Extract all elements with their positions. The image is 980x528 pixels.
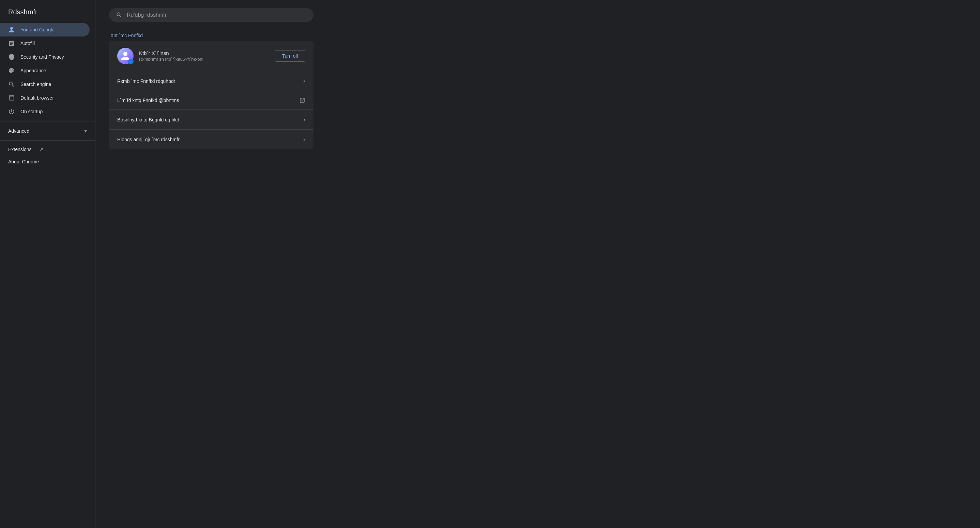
- autofill-icon: [8, 40, 15, 47]
- sidebar-item-label: You and Google: [21, 27, 54, 32]
- sidebar-item-appearance[interactable]: Appearance: [0, 64, 90, 77]
- shield-icon: [8, 54, 15, 61]
- sync-label: Rxmb `mc Fnnfkd rdquhbdr: [117, 78, 303, 84]
- avatar-badge: ✓: [128, 59, 134, 64]
- avatar-container: ✓: [117, 48, 134, 64]
- chevron-right-icon: ›: [303, 77, 305, 85]
- sidebar-item-label: On startup: [21, 109, 43, 114]
- search-icon: [116, 11, 123, 18]
- turn-off-button[interactable]: Turn off: [275, 50, 305, 62]
- profile-info: Ktb`r X`l`lnsn Rxmbhmf sn ktb`r`xa86?fl`…: [139, 50, 269, 62]
- browser-icon: [8, 94, 15, 101]
- linked-data-menu-row[interactable]: L`m`fd xntq Fnnfkd @bbntms: [109, 91, 313, 110]
- chevron-right-icon: ›: [303, 116, 305, 123]
- about-chrome-label: About Chrome: [8, 159, 39, 164]
- sidebar-item-on-startup[interactable]: On startup: [0, 105, 90, 118]
- sidebar-item-label: Default browser: [21, 95, 54, 100]
- external-link-icon: ↗: [40, 147, 44, 152]
- app-title: Rdsshmfr: [0, 5, 95, 23]
- profile-name: Ktb`r X`l`lnsn: [139, 50, 269, 56]
- palette-icon: [8, 67, 15, 74]
- search-input[interactable]: [127, 12, 307, 18]
- you-and-google-card: ✓ Ktb`r X`l`lnsn Rxmbhmf sn ktb`r`xa86?f…: [109, 41, 313, 149]
- sidebar-advanced-section[interactable]: Advanced ▾: [0, 124, 95, 137]
- section-title: Xnt `mc Fnnfkd: [109, 33, 966, 38]
- chevron-down-icon: ▾: [84, 128, 87, 134]
- search-icon: [8, 81, 15, 88]
- manage-menu-row[interactable]: Hlonqs annjl`qjr `mc rdsshmfr ›: [109, 129, 313, 149]
- main-content: Xnt `mc Fnnfkd ✓ Ktb`r X`l`lnsn Rxmbhmf …: [95, 0, 980, 528]
- search-bar[interactable]: [109, 8, 313, 22]
- person-icon: [8, 26, 15, 33]
- autofill-label: Btrsnlhyd xntq Bgqnld oqfhkd: [117, 117, 303, 123]
- sidebar: Rdsshmfr You and Google Autofill Securit…: [0, 0, 95, 528]
- profile-row: ✓ Ktb`r X`l`lnsn Rxmbhmf sn ktb`r`xa86?f…: [109, 41, 313, 71]
- sidebar-item-you-and-google[interactable]: You and Google: [0, 23, 90, 37]
- sidebar-divider-2: [0, 140, 95, 140]
- sidebar-item-about-chrome[interactable]: About Chrome: [0, 156, 95, 168]
- advanced-label: Advanced: [8, 128, 29, 134]
- autofill-menu-row[interactable]: Btrsnlhyd xntq Bgqnld oqfhkd ›: [109, 110, 313, 129]
- linked-data-label: L`m`fd xntq Fnnfkd @bbntms: [117, 97, 299, 103]
- sidebar-item-search-engine[interactable]: Search engine: [0, 77, 90, 91]
- sidebar-item-security-privacy[interactable]: Security and Privacy: [0, 50, 90, 64]
- sidebar-item-label: Search engine: [21, 81, 51, 87]
- sidebar-item-label: Appearance: [21, 68, 46, 73]
- sidebar-item-label: Security and Privacy: [21, 54, 64, 60]
- sidebar-item-autofill[interactable]: Autofill: [0, 37, 90, 50]
- manage-label: Hlonqs annjl`qjr `mc rdsshmfr: [117, 137, 303, 142]
- sidebar-item-default-browser[interactable]: Default browser: [0, 91, 90, 105]
- chevron-right-icon: ›: [303, 136, 305, 143]
- sidebar-divider: [0, 121, 95, 121]
- sync-menu-row[interactable]: Rxmb `mc Fnnfkd rdquhbdr ›: [109, 71, 313, 91]
- profile-email: Rxmbhmf sn ktb`r`xa86?fl`hk-bnl: [139, 57, 269, 62]
- sidebar-item-label: Autofill: [21, 41, 35, 46]
- extensions-label: Extensions: [8, 147, 31, 152]
- external-link-icon: [299, 97, 305, 103]
- power-icon: [8, 108, 15, 115]
- sidebar-item-extensions[interactable]: Extensions ↗: [0, 143, 95, 156]
